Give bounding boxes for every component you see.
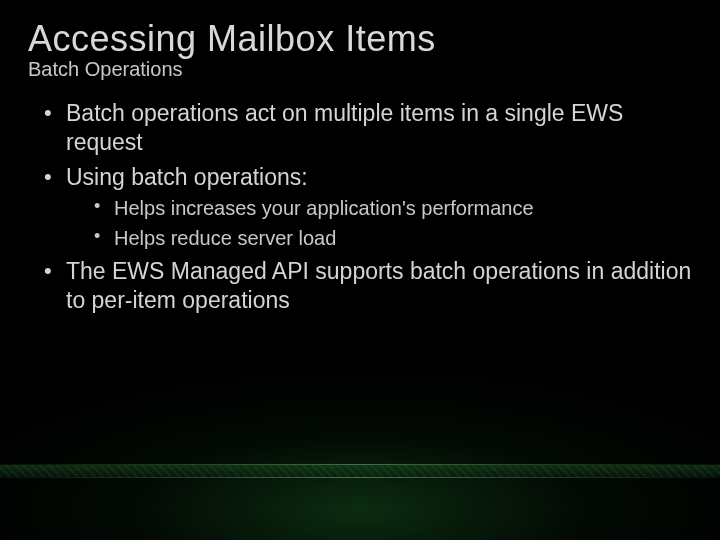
background-flare <box>0 360 720 540</box>
slide-content: Accessing Mailbox Items Batch Operations… <box>0 0 720 315</box>
slide-subtitle: Batch Operations <box>28 58 692 81</box>
bullet-list: Batch operations act on multiple items i… <box>28 99 692 315</box>
sub-bullet-item: Helps reduce server load <box>94 225 692 251</box>
bullet-text: Using batch operations: <box>66 164 308 190</box>
bullet-item: Using batch operations: Helps increases … <box>44 163 692 252</box>
sub-bullet-list: Helps increases your application's perfo… <box>66 195 692 251</box>
bullet-item: Batch operations act on multiple items i… <box>44 99 692 157</box>
slide-title: Accessing Mailbox Items <box>28 18 692 60</box>
accent-bar <box>0 464 720 482</box>
bullet-item: The EWS Managed API supports batch opera… <box>44 257 692 315</box>
sub-bullet-item: Helps increases your application's perfo… <box>94 195 692 221</box>
